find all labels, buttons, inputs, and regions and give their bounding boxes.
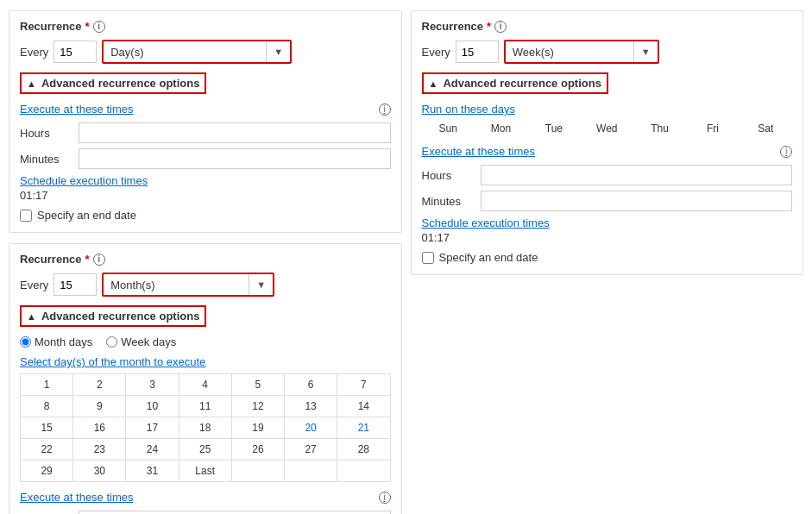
calendar-day[interactable]: 17: [126, 417, 179, 439]
calendar-day[interactable]: 20: [285, 417, 337, 439]
run-on-label[interactable]: Run on these days: [422, 103, 793, 116]
week-end-date-checkbox[interactable]: [422, 252, 434, 264]
day-advanced-label: Advanced recurrence options: [41, 77, 200, 90]
calendar-day[interactable]: 11: [179, 396, 231, 417]
calendar-day[interactable]: 31: [126, 461, 179, 482]
month-days-radio-option[interactable]: Month days: [20, 335, 92, 348]
week-days-radio[interactable]: [106, 336, 117, 348]
day-recurrence-label: Recurrence: [20, 20, 82, 33]
day-schedule-time: 01:17: [20, 189, 391, 202]
calendar-day[interactable]: [337, 461, 390, 482]
calendar-day[interactable]: 10: [126, 396, 179, 417]
week-minutes-input[interactable]: [481, 191, 793, 211]
week-every-input[interactable]: [456, 41, 499, 63]
calendar-day[interactable]: 9: [73, 396, 126, 417]
week-unit-select[interactable]: Week(s) ▼: [504, 40, 659, 64]
day-required-star: *: [85, 20, 90, 33]
day-execute-info-icon[interactable]: i: [379, 103, 391, 116]
month-recurrence-label: Recurrence: [20, 253, 82, 266]
calendar-day[interactable]: 29: [21, 461, 73, 482]
calendar-day[interactable]: 5: [231, 374, 284, 396]
day-of-week-cell[interactable]: Sun: [422, 119, 475, 138]
calendar-day[interactable]: 24: [126, 439, 179, 461]
calendar-day[interactable]: 30: [73, 461, 126, 482]
week-minutes-row: Minutes: [422, 191, 793, 211]
calendar-day[interactable]: Last: [179, 461, 231, 482]
select-days-link[interactable]: Select day(s) of the month to execute: [20, 355, 391, 368]
week-end-date-label: Specify an end date: [439, 251, 538, 264]
day-schedule-link[interactable]: Schedule execution times: [20, 174, 391, 187]
day-of-week-cell[interactable]: Wed: [581, 119, 633, 138]
week-info-icon[interactable]: i: [494, 21, 507, 33]
week-hours-label: Hours: [422, 169, 474, 182]
calendar-day[interactable]: 18: [179, 417, 231, 439]
day-minutes-label: Minutes: [20, 153, 72, 166]
day-unit-select[interactable]: Day(s) ▼: [102, 40, 292, 64]
week-schedule-link[interactable]: Schedule execution times: [422, 216, 793, 229]
month-arrow-icon: ▲: [27, 311, 36, 322]
month-advanced-label: Advanced recurrence options: [41, 310, 200, 323]
day-section: Recurrence * i Every Day(s) ▼ ▲ Advanced…: [9, 10, 402, 233]
day-of-week-cell[interactable]: Mon: [475, 119, 527, 138]
week-unit-text: Week(s): [506, 44, 633, 60]
month-info-icon[interactable]: i: [93, 254, 105, 266]
month-days-radio[interactable]: [20, 336, 31, 348]
calendar-day[interactable]: 21: [337, 417, 390, 439]
week-hours-input[interactable]: [481, 165, 793, 185]
day-minutes-input[interactable]: [79, 148, 391, 169]
month-execute-title[interactable]: Execute at these times i: [20, 491, 391, 504]
calendar-day[interactable]: 19: [231, 417, 284, 439]
calendar-day[interactable]: 22: [21, 439, 73, 461]
calendar-day[interactable]: 8: [21, 396, 73, 417]
calendar-day[interactable]: 23: [73, 439, 126, 461]
calendar-day[interactable]: 3: [126, 374, 179, 396]
calendar-day[interactable]: 12: [231, 396, 284, 417]
day-of-week-cell[interactable]: Fri: [686, 119, 739, 138]
calendar-day[interactable]: 15: [21, 417, 73, 439]
day-advanced-toggle[interactable]: ▲ Advanced recurrence options: [20, 72, 206, 94]
month-hours-row: Hours: [20, 511, 391, 514]
calendar-day[interactable]: 6: [285, 374, 337, 396]
month-days-label: Month days: [35, 335, 92, 348]
week-advanced-toggle[interactable]: ▲ Advanced recurrence options: [422, 72, 608, 94]
day-execute-title[interactable]: Execute at these times i: [20, 103, 391, 116]
calendar-day[interactable]: 7: [337, 374, 390, 396]
month-hours-input[interactable]: [79, 511, 391, 514]
month-unit-arrow[interactable]: ▼: [249, 274, 273, 295]
day-hours-input[interactable]: [79, 122, 391, 143]
week-days-radio-option[interactable]: Week days: [106, 335, 176, 348]
calendar-day[interactable]: [231, 461, 284, 482]
day-of-week-cell[interactable]: Sat: [740, 119, 792, 138]
week-advanced-label: Advanced recurrence options: [443, 77, 601, 90]
calendar-day[interactable]: 28: [337, 439, 390, 461]
week-unit-arrow[interactable]: ▼: [633, 41, 658, 62]
calendar-day[interactable]: 26: [231, 439, 284, 461]
month-section: Recurrence * i Every Month(s) ▼ ▲ Advanc…: [9, 243, 402, 514]
month-unit-text: Month(s): [104, 277, 249, 293]
calendar-day[interactable]: 4: [179, 374, 231, 396]
calendar-day[interactable]: 14: [337, 396, 390, 417]
calendar-day[interactable]: 25: [179, 439, 231, 461]
calendar-day[interactable]: 2: [73, 374, 126, 396]
calendar-day[interactable]: 1: [21, 374, 73, 396]
month-execute-info-icon[interactable]: i: [379, 492, 391, 504]
day-info-icon[interactable]: i: [93, 21, 105, 33]
calendar-day[interactable]: 16: [73, 417, 126, 439]
month-unit-select[interactable]: Month(s) ▼: [102, 273, 274, 297]
calendar-day[interactable]: 13: [285, 396, 337, 417]
day-end-date-checkbox[interactable]: [20, 210, 32, 222]
week-execute-info-icon[interactable]: i: [780, 146, 792, 158]
day-of-week-cell[interactable]: Tue: [527, 119, 580, 138]
day-unit-arrow[interactable]: ▼: [266, 41, 290, 62]
week-every-label: Every: [422, 46, 450, 59]
month-calendar: 1234567891011121314151617181920212223242…: [20, 373, 391, 482]
month-every-input[interactable]: [54, 273, 97, 296]
month-advanced-toggle[interactable]: ▲ Advanced recurrence options: [20, 305, 206, 327]
week-execute-title[interactable]: Execute at these times i: [422, 145, 793, 158]
day-every-input[interactable]: [54, 41, 97, 63]
calendar-day[interactable]: 27: [285, 439, 337, 461]
day-every-label: Every: [20, 46, 48, 59]
calendar-day[interactable]: [285, 461, 337, 482]
week-days-label: Week days: [121, 335, 176, 348]
day-of-week-cell[interactable]: Thu: [633, 119, 686, 138]
